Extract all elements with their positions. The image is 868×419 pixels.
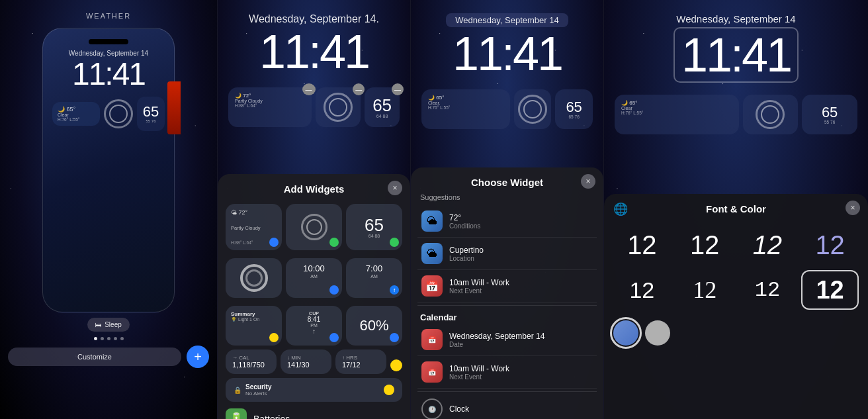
cw-cal-date-icon: 📅 (421, 329, 443, 350)
cw-sub-1: Conditions (449, 222, 593, 230)
min-label: ↓ MIN (287, 355, 325, 361)
color-swatches (604, 315, 868, 355)
font-item-3[interactable]: 12 (739, 225, 797, 265)
ls4-time: 11:41 (673, 27, 799, 83)
dot-1 (94, 337, 97, 340)
cw-icon-cupertino: 🌥 (421, 243, 443, 264)
aw-stat-hrs: ↑ HRS 17/12 (335, 349, 386, 374)
ls3-detail: H:76° L:55° (428, 105, 503, 110)
aw-clock2-item[interactable]: 7:00 AM f (346, 258, 402, 298)
cw-cal-event-info: 10am Will - Work Next Event (449, 364, 593, 381)
aw-weather-item[interactable]: 🌤 72° Partly Cloudy H:88° L:64° (226, 204, 282, 250)
ls4-num: 65 (822, 105, 838, 120)
weather-desc: Partly Cloudy (235, 99, 305, 103)
aw-close-button[interactable]: × (388, 181, 402, 195)
customize-bar: Customize + (0, 346, 217, 368)
security-icon: 🔒 (234, 387, 241, 394)
font-item-2[interactable]: 12 (676, 225, 734, 265)
globe-icon[interactable]: 🌐 (613, 202, 628, 216)
ls2-num-widget: — 65 64 88 (365, 87, 400, 127)
ls2-widgets: — 🌙 72° Partly Cloudy H:88° L:64° — — 65… (218, 82, 410, 132)
num-sub-2: 64 88 (376, 114, 388, 118)
num65: 65 (372, 97, 392, 114)
font-item-4[interactable]: 12 (801, 225, 859, 265)
font-item-8-selected[interactable]: 12 (801, 270, 859, 310)
cal-val: 1,118/750 (232, 361, 270, 369)
aw-num65-item[interactable]: 65 64 88 (346, 204, 402, 250)
dot-4 (114, 337, 117, 340)
aw-ring (301, 214, 327, 240)
customize-button[interactable]: Customize (8, 348, 181, 366)
clock2-time: 7:00 (366, 263, 382, 273)
plus-button[interactable]: + (187, 346, 209, 368)
num-remove-btn[interactable]: — (392, 83, 404, 95)
font-item-6[interactable]: 12 (676, 270, 734, 310)
big-ring (240, 264, 268, 292)
ls4-date: Wednesday, September 14 (617, 13, 855, 24)
phone-widgets-row: 🌙 65° Clear H:76° L:55° 65 55 76 (52, 97, 165, 131)
sleep-label: Sleep (105, 321, 122, 328)
clock-name: Clock (449, 404, 593, 414)
cw-cal-event-icon: 📅 (421, 361, 443, 383)
font-num-2: 12 (690, 230, 720, 260)
num-big: 65 (143, 105, 159, 119)
color-swatch-gray[interactable] (645, 320, 670, 346)
aw-clock1-item[interactable]: 10:00 AM (286, 258, 342, 298)
ring-inner-3 (523, 100, 542, 118)
font-num-7: 12 (755, 278, 780, 303)
cw-sub-2: Location (449, 255, 593, 262)
ls4-weather-widget: 🌙 65° Clear H:76° L:55° (615, 95, 739, 134)
font-num-4: 12 (815, 230, 845, 260)
ls4-cond: Clear (621, 106, 732, 111)
panel-4-content: Wednesday, September 14 11:41 🌙 65° Clea… (604, 0, 868, 419)
cw-sub-3: Next Event (449, 287, 593, 295)
fc-close-button[interactable]: × (846, 201, 860, 215)
cw-cal-event-item[interactable]: 📅 10am Will - Work Next Event (417, 356, 597, 389)
color-swatch-blue[interactable] (613, 320, 638, 346)
aw-grid-row3: Summary 💡 Light 1 On CUP 8:41 PM ↑ 60% (218, 302, 410, 349)
cw-item-cupertino[interactable]: 🌥 Cupertino Location (417, 238, 597, 270)
panel-2-content: Wednesday, September 14. 11:41 — 🌙 72° P… (218, 0, 410, 419)
cw-item-event[interactable]: 📅 10am Will - Work Next Event (417, 270, 597, 303)
widget-weather-small: 🌙 65° Clear H:76° L:55° (52, 102, 100, 126)
big-ring-inner (245, 269, 263, 287)
weather-remove-btn[interactable]: — (302, 83, 316, 95)
cw-item-conditions[interactable]: 🌥 72° Conditions (417, 205, 597, 238)
cw-clock-item[interactable]: 🕐 Clock (411, 395, 603, 419)
min-val: 141/30 (287, 361, 325, 369)
ls4-top: Wednesday, September 14 11:41 (604, 0, 868, 89)
font-item-5[interactable]: 12 (613, 270, 671, 310)
aw-percent-item[interactable]: 60% (346, 306, 402, 346)
aw-stat-min: ↓ MIN 141/30 (281, 349, 331, 374)
cw-name-1: 72° (449, 213, 593, 222)
sleep-button[interactable]: 🛏 Sleep (87, 318, 130, 332)
cup-top: CUP (309, 311, 319, 316)
aw-ring-big-item[interactable] (226, 258, 282, 298)
aw-summary-item[interactable]: Summary 💡 Light 1 On (226, 306, 282, 346)
ls2-date: Wednesday, September 14. (231, 13, 397, 25)
dot-5 (120, 337, 124, 340)
cw-close-button[interactable]: × (581, 174, 595, 189)
cw-cal-date-info: Wednesday, September 14 Date (449, 332, 593, 348)
font-num-5: 12 (629, 277, 654, 303)
aw-cup-item[interactable]: CUP 8:41 PM ↑ (286, 306, 342, 346)
cup-pm: PM (310, 323, 318, 328)
fc-title: Font & Color (706, 203, 766, 214)
font-item-7[interactable]: 12 (739, 270, 797, 310)
aw-watch-item[interactable] (286, 204, 342, 250)
aw-header: Add Widgets × (218, 174, 410, 200)
ls3-top: Wednesday, September 14 11:41 (411, 0, 603, 84)
ls3-ring-widget (514, 89, 552, 129)
security-sub: No Alerts (245, 391, 271, 396)
cw-clock-icon: 🕐 (421, 398, 443, 419)
badge-blue-2 (329, 285, 339, 295)
cw-cal-date-item[interactable]: 📅 Wednesday, September 14 Date (417, 324, 597, 356)
cw-clock-info: Clock (449, 404, 593, 414)
aw-ring-inner (306, 219, 322, 235)
batteries-row: 🔋 Batteries (218, 404, 410, 419)
aw-stat-cal: → CAL 1,118/750 (226, 349, 277, 374)
choose-widget-panel: Choose Widget × Suggestions 🌥 72° Condit… (411, 167, 603, 419)
cw-divider-2 (417, 391, 597, 392)
font-item-1[interactable]: 12 (613, 225, 671, 265)
circle-remove-btn[interactable]: — (353, 83, 365, 95)
